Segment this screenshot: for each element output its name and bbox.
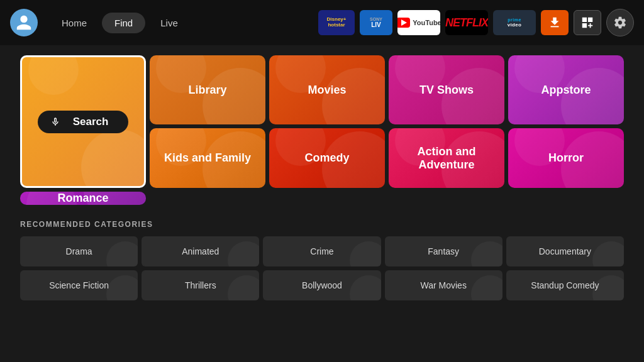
recommended-section: RECOMMENDED CATEGORIES Drama Animated Cr… bbox=[20, 220, 624, 300]
app-icons-bar: Disney+hotstar SONY LIV YouTube NETFLIX … bbox=[318, 9, 634, 36]
category-horror[interactable]: Horror bbox=[508, 128, 624, 188]
settings-icon[interactable] bbox=[606, 9, 634, 36]
category-library[interactable]: Library bbox=[150, 55, 265, 124]
search-button[interactable]: Search bbox=[38, 111, 129, 133]
rec-drama[interactable]: Drama bbox=[20, 236, 138, 266]
category-tvshows[interactable]: TV Shows bbox=[389, 55, 504, 124]
recommended-title: RECOMMENDED CATEGORIES bbox=[20, 220, 624, 229]
youtube-icon[interactable]: YouTube bbox=[397, 10, 440, 35]
category-appstore[interactable]: Appstore bbox=[508, 55, 624, 124]
category-kids[interactable]: Kids and Family bbox=[150, 128, 265, 188]
nav-find[interactable]: Find bbox=[102, 13, 145, 33]
category-grid: Search Library Movies TV Shows Appstore … bbox=[20, 55, 624, 205]
user-avatar[interactable] bbox=[10, 9, 38, 36]
rec-warmovies[interactable]: War Movies bbox=[385, 270, 502, 300]
rec-documentary[interactable]: Documentary bbox=[506, 236, 624, 266]
downloader-icon[interactable] bbox=[541, 10, 569, 35]
rec-thrillers[interactable]: Thrillers bbox=[142, 270, 259, 300]
header: Home Find Live Disney+hotstar SONY LIV Y… bbox=[0, 0, 644, 45]
sonyliv-icon[interactable]: SONY LIV bbox=[360, 10, 392, 35]
rec-bollywood[interactable]: Bollywood bbox=[263, 270, 380, 300]
rec-animated[interactable]: Animated bbox=[142, 236, 259, 266]
main-content: Search Library Movies TV Shows Appstore … bbox=[0, 45, 644, 310]
recommended-grid: Drama Animated Crime Fantasy Documentary… bbox=[20, 236, 624, 300]
category-movies[interactable]: Movies bbox=[269, 55, 385, 124]
rec-fantasy[interactable]: Fantasy bbox=[385, 236, 502, 266]
category-action[interactable]: Action and Adventure bbox=[389, 128, 504, 188]
rec-sciencefiction[interactable]: Science Fiction bbox=[20, 270, 138, 300]
search-cell[interactable]: Search bbox=[20, 55, 146, 188]
rec-crime[interactable]: Crime bbox=[263, 236, 380, 266]
primevideo-icon[interactable]: prime video bbox=[493, 10, 536, 35]
category-comedy[interactable]: Comedy bbox=[269, 128, 385, 188]
main-nav: Home Find Live bbox=[49, 13, 191, 33]
netflix-icon[interactable]: NETFLIX bbox=[445, 10, 488, 35]
category-romance[interactable]: Romance bbox=[20, 192, 146, 205]
nav-live[interactable]: Live bbox=[148, 13, 191, 33]
nav-home[interactable]: Home bbox=[49, 13, 99, 33]
grid-plus-icon[interactable] bbox=[574, 10, 601, 35]
rec-standupcomedy[interactable]: Standup Comedy bbox=[506, 270, 624, 300]
hotstar-icon[interactable]: Disney+hotstar bbox=[318, 10, 355, 35]
